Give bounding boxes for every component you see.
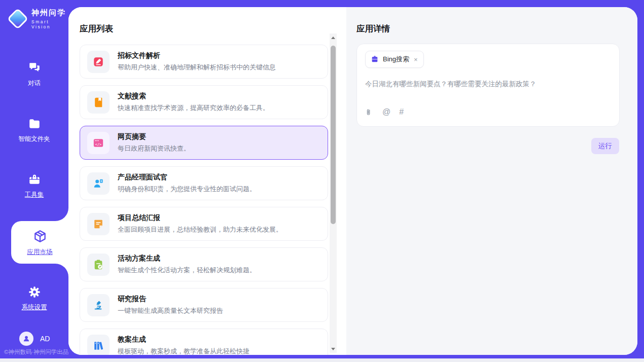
book-icon [87,91,110,114]
brand-subtitle: Smart Vision [31,19,68,29]
doc-edit-icon [87,51,110,73]
sidebar-item-label: 应用市场 [27,248,53,257]
app-desc: 每日政府新闻资讯快查。 [118,144,190,153]
scroll-up-arrow-icon[interactable] [330,33,337,42]
app-card-project-summary[interactable]: 项目总结汇报 全面回顾项目进展，总结经验教训，助力未来优化发展。 [80,207,328,241]
app-name: 项目总结汇报 [118,213,282,223]
sidebar-item-app-market[interactable]: 应用市场 [11,221,68,264]
app-list-panel: 应用列表 招标文件解析 帮助用户快速、准确地理解和解析招标书中的关键信息 [68,7,346,355]
note-icon [87,213,110,235]
app-desc: 全面回顾项目进展，总结经验教训，助力未来优化发展。 [118,225,282,234]
app-card-event-plan[interactable]: 活动方案生成 智能生成个性化活动方案，轻松解决规划难题。 [80,247,328,281]
app-name: 研究报告 [118,295,223,304]
mention-icon[interactable]: @ [382,107,390,117]
main-container: 应用列表 招标文件解析 帮助用户快速、准确地理解和解析招标书中的关键信息 [68,7,637,355]
sidebar: 神州问学 Smart Vision 对话 智能文件夹 [0,0,68,362]
app-list: 招标文件解析 帮助用户快速、准确地理解和解析招标书中的关键信息 文献搜索 快速精… [80,45,328,355]
app-list-title: 应用列表 [80,23,346,34]
brand-diamond-icon [7,8,28,29]
run-button[interactable]: 运行 [591,138,619,154]
scroll-down-arrow-icon[interactable] [330,345,337,353]
sidebar-item-label: 智能文件夹 [18,135,50,143]
active-tab-curve-bottom [55,264,68,277]
sidebar-item-label: 对话 [28,79,41,88]
app-desc: 帮助用户快速、准确地理解和解析招标书中的关键信息 [118,63,276,72]
app-card-research-report[interactable]: 研究报告 一键智能生成高质量长文本研究报告 [80,288,328,322]
svg-text:</>: </> [95,142,101,146]
app-name: 网页摘要 [118,132,190,141]
gear-icon [28,285,41,299]
bottom-edge [0,358,644,362]
sidebar-item-label: 系统设置 [22,303,47,312]
brand-logo: 神州问学 Smart Vision [0,0,68,29]
chat-icon [28,61,41,75]
tool-tag-label: Bing搜索 [383,55,409,64]
app-card-literature-search[interactable]: 文献搜索 快速精准查找学术资源，提高研究效率的必备工具。 [80,85,328,119]
app-name: 教案生成 [118,335,249,344]
interviewer-icon [87,172,110,195]
app-name: 产品经理面试官 [118,173,256,182]
query-input[interactable]: 今日湖北有哪些新闻要点？有哪些需要关注的最新政策？ [365,80,611,89]
briefcase-icon [371,55,379,63]
avatar [19,332,33,346]
sidebar-item-toolset[interactable]: 工具集 [0,165,68,207]
app-desc: 一键智能生成高质量长文本研究报告 [118,306,223,315]
clipboard-check-icon [87,254,110,276]
user-initials: AD [40,335,50,343]
sidebar-item-chat[interactable]: 对话 [0,54,68,95]
app-name: 文献搜索 [118,92,269,101]
scrollbar-thumb[interactable] [331,46,336,224]
app-card-webpage-summary[interactable]: </> 网页摘要 每日政府新闻资讯快查。 [80,126,328,160]
sidebar-nav: 对话 智能文件夹 工具集 [0,54,68,334]
app-desc: 快速精准查找学术资源，提高研究效率的必备工具。 [118,103,269,113]
scrollbar[interactable] [330,33,337,353]
app-desc: 智能生成个性化活动方案，轻松解决规划难题。 [118,266,256,275]
app-card-bid-document-analysis[interactable]: 招标文件解析 帮助用户快速、准确地理解和解析招标书中的关键信息 [80,45,328,79]
books-icon [87,335,110,355]
app-detail-title: 应用详情 [356,23,637,34]
app-name: 活动方案生成 [118,254,256,263]
toolbox-icon [28,173,41,186]
sidebar-item-label: 工具集 [25,191,44,199]
app-desc: 模板驱动，教案秒成，教学准备从此轻松快捷 [118,347,249,355]
hash-icon[interactable]: # [399,107,404,117]
cube-icon [33,229,47,243]
browser-code-icon: </> [87,132,110,154]
paperclip-icon[interactable] [365,108,374,117]
app-detail-panel: 应用详情 Bing搜索 × 今日湖北有哪些新闻要点？有哪些需要关注的最新政策？ [346,7,637,355]
user-account[interactable]: AD [19,332,50,346]
tag-close-icon[interactable]: × [413,56,418,63]
attachment-toolbar: @ # [365,107,611,120]
brand-name: 神州问学 [31,8,68,18]
sidebar-item-settings[interactable]: 系统设置 [0,278,68,319]
app-desc: 明确身份和职责，为您提供专业性的面试问题。 [118,185,256,194]
sidebar-item-smart-folders[interactable]: 智能文件夹 [0,110,68,151]
app-name: 招标文件解析 [118,51,276,60]
active-tab-curve-top [55,208,68,221]
prompt-card: Bing搜索 × 今日湖北有哪些新闻要点？有哪些需要关注的最新政策？ @ # [356,44,620,127]
folder-icon [28,117,41,130]
microscope-icon [87,294,110,316]
copyright-footer: ©神州数码·神州问学出品 [4,348,68,356]
app-card-pm-interviewer[interactable]: 产品经理面试官 明确身份和职责，为您提供专业性的面试问题。 [80,166,328,200]
tool-tag-bing-search[interactable]: Bing搜索 × [365,51,424,68]
app-card-lesson-plan[interactable]: 教案生成 模板驱动，教案秒成，教学准备从此轻松快捷 [80,329,328,355]
